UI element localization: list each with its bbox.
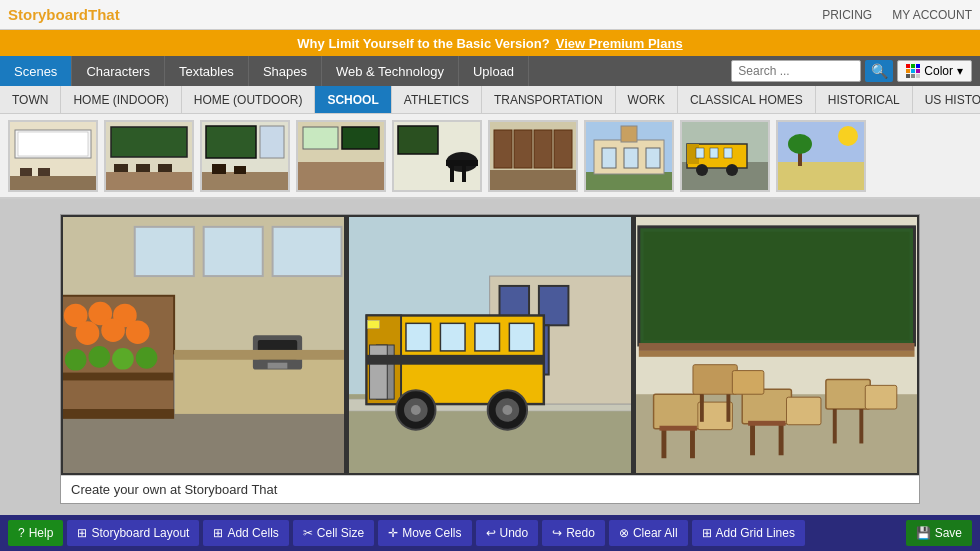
search-area: 🔍 Color ▾ <box>723 56 980 86</box>
svg-rect-70 <box>63 373 174 381</box>
thumb-6[interactable] <box>488 120 578 192</box>
nav-characters[interactable]: Characters <box>72 56 165 86</box>
svg-rect-48 <box>710 148 718 158</box>
add-grid-button[interactable]: ⊞ Add Grid Lines <box>692 520 805 546</box>
cat-school[interactable]: SCHOOL <box>315 86 391 113</box>
help-button[interactable]: ? Help <box>8 520 63 546</box>
svg-rect-49 <box>724 148 732 158</box>
svg-rect-76 <box>63 414 344 473</box>
pricing-link[interactable]: PRICING <box>822 8 872 22</box>
search-input[interactable] <box>731 60 861 82</box>
nav-shapes[interactable]: Shapes <box>249 56 322 86</box>
svg-rect-90 <box>510 323 535 351</box>
color-grid-icon <box>906 64 920 78</box>
thumb-5[interactable] <box>392 120 482 192</box>
svg-point-52 <box>838 126 858 146</box>
svg-rect-108 <box>661 429 666 459</box>
svg-rect-105 <box>638 343 914 351</box>
svg-rect-104 <box>643 232 909 340</box>
account-link[interactable]: MY ACCOUNT <box>892 8 972 22</box>
svg-rect-89 <box>475 323 500 351</box>
thumb-7[interactable] <box>584 120 674 192</box>
svg-rect-121 <box>826 379 870 409</box>
svg-rect-77 <box>63 409 174 419</box>
svg-rect-93 <box>367 355 544 365</box>
thumb-2[interactable] <box>104 120 194 192</box>
svg-rect-75 <box>174 350 344 360</box>
thumb-9[interactable] <box>776 120 866 192</box>
cat-athletics[interactable]: ATHLETICS <box>392 86 482 113</box>
svg-rect-106 <box>638 351 914 357</box>
storyboard-cell-3[interactable] <box>633 215 919 475</box>
cat-home-indoor[interactable]: HOME (INDOOR) <box>61 86 181 113</box>
move-cells-icon: ✛ <box>388 526 398 540</box>
svg-rect-119 <box>726 394 730 422</box>
add-cells-button[interactable]: ⊞ Add Cells <box>203 520 288 546</box>
move-cells-button[interactable]: ✛ Move Cells <box>378 520 471 546</box>
cat-home-outdoor[interactable]: HOME (OUTDOOR) <box>182 86 316 113</box>
clear-label: Clear All <box>633 526 678 540</box>
svg-point-45 <box>696 164 708 176</box>
color-button[interactable]: Color ▾ <box>897 60 972 82</box>
thumb-4[interactable] <box>296 120 386 192</box>
promo-bar: Why Limit Yourself to the Basic Version?… <box>0 30 980 56</box>
storyboard-cell-1[interactable] <box>61 215 346 475</box>
svg-rect-25 <box>446 160 478 166</box>
cell-size-button[interactable]: ✂ Cell Size <box>293 520 374 546</box>
svg-rect-33 <box>554 130 572 168</box>
layout-label: Storyboard Layout <box>91 526 189 540</box>
storyboard-caption: Create your own at Storyboard That <box>71 482 277 497</box>
nav-upload[interactable]: Upload <box>459 56 529 86</box>
save-button[interactable]: 💾 Save <box>906 520 972 546</box>
svg-point-64 <box>101 318 125 342</box>
caption-bar: Create your own at Storyboard That <box>61 475 919 503</box>
svg-rect-100 <box>368 320 380 328</box>
svg-rect-17 <box>234 166 246 174</box>
cat-us-history[interactable]: US HISTORY <box>913 86 980 113</box>
svg-rect-115 <box>748 421 785 426</box>
svg-point-68 <box>112 348 134 370</box>
premium-plans-link[interactable]: View Premium Plans <box>556 36 683 51</box>
svg-rect-23 <box>398 126 438 154</box>
undo-button[interactable]: ↩ Undo <box>476 520 539 546</box>
svg-rect-122 <box>832 409 836 443</box>
thumb-8[interactable] <box>680 120 770 192</box>
nav-web-technology[interactable]: Web & Technology <box>322 56 459 86</box>
svg-rect-26 <box>450 166 454 182</box>
storyboard-cell-2[interactable] <box>346 215 632 475</box>
thumb-strip <box>0 114 980 199</box>
svg-rect-88 <box>441 323 466 351</box>
svg-point-66 <box>65 349 87 371</box>
cat-classical-homes[interactable]: CLASSICAL HOMES <box>678 86 816 113</box>
svg-rect-16 <box>212 164 226 174</box>
redo-button[interactable]: ↪ Redo <box>542 520 605 546</box>
svg-rect-74 <box>268 363 288 369</box>
svg-rect-123 <box>859 409 863 443</box>
svg-rect-37 <box>602 148 616 168</box>
top-links: PRICING MY ACCOUNT <box>822 8 972 22</box>
promo-text: Why Limit Yourself to the Basic Version? <box>297 36 549 51</box>
svg-rect-35 <box>586 172 672 190</box>
svg-rect-29 <box>490 170 576 190</box>
cat-town[interactable]: TOWN <box>0 86 61 113</box>
svg-point-99 <box>503 405 513 415</box>
cat-transportation[interactable]: TRANSPORTATION <box>482 86 616 113</box>
cat-work[interactable]: WORK <box>616 86 678 113</box>
clear-all-button[interactable]: ⊗ Clear All <box>609 520 688 546</box>
undo-label: Undo <box>500 526 529 540</box>
svg-rect-20 <box>303 127 338 149</box>
thumb-1[interactable] <box>8 120 98 192</box>
svg-rect-51 <box>778 162 864 190</box>
svg-point-67 <box>88 346 110 368</box>
storyboard-cells <box>61 215 919 475</box>
thumb-3[interactable] <box>200 120 290 192</box>
svg-rect-57 <box>204 227 263 276</box>
layout-button[interactable]: ⊞ Storyboard Layout <box>67 520 199 546</box>
svg-rect-114 <box>778 424 783 456</box>
svg-rect-109 <box>690 429 695 459</box>
search-button[interactable]: 🔍 <box>865 60 893 82</box>
nav-scenes[interactable]: Scenes <box>0 56 72 86</box>
cat-historical[interactable]: HISTORICAL <box>816 86 913 113</box>
svg-rect-32 <box>534 130 552 168</box>
nav-textables[interactable]: Textables <box>165 56 249 86</box>
